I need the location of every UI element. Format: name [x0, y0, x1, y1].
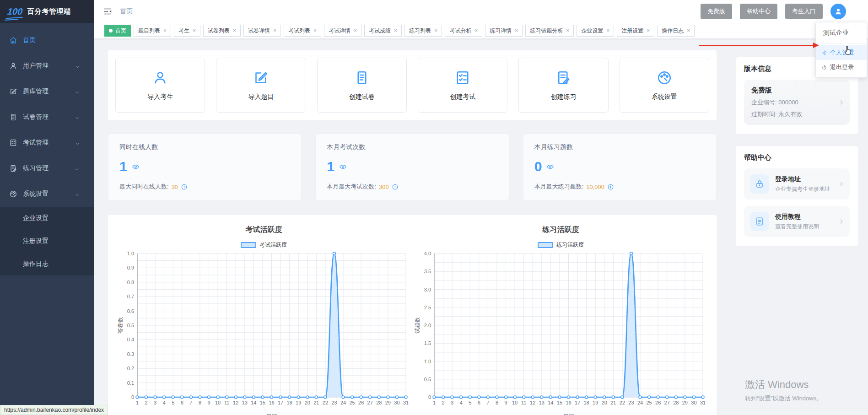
sidebar-subitem-register-settings[interactable]: 注册设置 — [0, 230, 94, 253]
close-icon[interactable]: × — [606, 28, 609, 33]
sidebar-item-paper-management[interactable]: 试卷管理 — [0, 104, 94, 130]
svg-text:0.5: 0.5 — [424, 377, 431, 382]
close-icon[interactable]: × — [354, 28, 357, 33]
legend-swatch — [538, 242, 553, 248]
sidebar-item-home[interactable]: 首页 — [0, 27, 94, 53]
home-icon — [9, 36, 17, 44]
stat-max-value: 30 — [172, 183, 178, 190]
svg-text:18: 18 — [287, 400, 292, 405]
tab-practice-detail[interactable]: 练习详情× — [485, 25, 523, 37]
quick-action-import-students[interactable]: 导入考生 — [115, 58, 205, 113]
chevron-right-icon — [838, 180, 845, 188]
tab-label: 练习列表 — [409, 27, 431, 35]
close-icon[interactable]: × — [394, 28, 397, 33]
practice-activity-chart: 练习活跃度练习活跃度00.51.01.52.02.53.03.54.012345… — [412, 222, 709, 415]
eye-icon[interactable] — [132, 163, 140, 171]
collapse-menu-icon[interactable] — [102, 6, 113, 16]
chart-plot-exam-activity: 00.10.20.30.40.50.60.70.80.91.0123456789… — [116, 250, 411, 415]
sidebar-subitem-operation-logs[interactable]: 操作日志 — [0, 253, 94, 275]
svg-text:25: 25 — [646, 400, 652, 405]
close-icon[interactable]: × — [193, 28, 196, 33]
close-icon[interactable]: × — [687, 28, 690, 33]
user-avatar[interactable] — [830, 4, 846, 19]
svg-text:28: 28 — [673, 400, 679, 405]
close-icon[interactable]: × — [313, 28, 317, 33]
close-icon[interactable]: × — [434, 28, 437, 33]
tab-register-settings[interactable]: 注册设置× — [617, 25, 654, 37]
quick-action-create-practice[interactable]: 创建练习 — [518, 58, 608, 113]
sidebar-item-question-bank[interactable]: 题库管理 — [0, 79, 94, 104]
stat-title: 本月考试次数 — [327, 143, 497, 151]
activity-charts-panel: 考试活跃度考试活跃度00.10.20.30.40.50.60.70.80.91.… — [108, 215, 717, 415]
tab-paper-detail[interactable]: 试卷详情× — [243, 25, 281, 37]
plus-circle-icon[interactable] — [607, 183, 614, 190]
tab-enterprise-settings[interactable]: 企业设置× — [577, 25, 614, 37]
sidebar-item-exam-management[interactable]: 考试管理 — [0, 130, 94, 156]
svg-text:6: 6 — [478, 400, 480, 405]
tab-exam-analysis[interactable]: 考试分析× — [445, 25, 482, 37]
tab-exam-detail[interactable]: 考试详情× — [324, 25, 361, 37]
stat-max-label: 最大同时在线人数: — [119, 183, 169, 191]
close-icon[interactable]: × — [273, 28, 276, 33]
svg-text:13: 13 — [242, 400, 248, 405]
svg-text:21: 21 — [610, 400, 616, 405]
chevron-right-icon — [838, 218, 845, 225]
tab-students[interactable]: 考生× — [174, 25, 200, 37]
tab-paper-list[interactable]: 试卷列表× — [203, 25, 241, 37]
svg-text:12: 12 — [233, 400, 238, 405]
tab-question-list[interactable]: 题目列表× — [134, 25, 171, 37]
logout-item[interactable]: 退出登录 — [816, 60, 867, 75]
chart-legend[interactable]: 考试活跃度 — [241, 241, 287, 249]
stat-value: 1 — [119, 159, 127, 174]
quick-action-system-settings[interactable]: 系统设置 — [620, 58, 709, 113]
tab-label: 考试列表 — [288, 27, 310, 35]
help-items: 登录地址企业专属考生登录地址使用教程查看完整使用说明 — [744, 168, 850, 237]
sidebar-submenu: 企业设置注册设置操作日志 — [0, 207, 94, 275]
personal-settings-item[interactable]: 个人设置 — [816, 45, 867, 60]
plus-circle-icon[interactable] — [392, 183, 399, 190]
help-item-login-address[interactable]: 登录地址企业专属考生登录地址 — [744, 168, 850, 199]
eye-icon[interactable] — [546, 163, 554, 171]
svg-text:22: 22 — [620, 400, 625, 405]
close-icon[interactable]: × — [474, 28, 478, 33]
tab-practice-list[interactable]: 练习列表× — [404, 25, 442, 37]
help-center-button[interactable]: 帮助中心 — [740, 4, 777, 19]
version-box[interactable]: 免费版 企业编号: 000000 过期时间: 永久有效 — [744, 80, 850, 125]
tab-operation-logs[interactable]: 操作日志× — [657, 25, 695, 37]
chart-legend[interactable]: 练习活跃度 — [538, 241, 584, 249]
quick-action-import-questions[interactable]: 导入题目 — [216, 58, 306, 113]
free-version-button[interactable]: 免费版 — [701, 4, 732, 19]
tab-exam-score[interactable]: 考试成绩× — [364, 25, 402, 37]
sidebar-item-practice-management[interactable]: 练习管理 — [0, 156, 94, 181]
quick-action-label: 创建试卷 — [349, 93, 375, 101]
tab-exam-list[interactable]: 考试列表× — [284, 25, 321, 37]
stat-max-value: 300 — [379, 183, 389, 190]
close-icon[interactable]: × — [647, 28, 650, 33]
svg-text:1: 1 — [136, 400, 139, 405]
sidebar-item-system-settings[interactable]: 系统设置 — [0, 181, 94, 207]
svg-text:28: 28 — [376, 400, 382, 405]
sidebar-subitem-enterprise-settings[interactable]: 企业设置 — [0, 207, 94, 230]
eye-icon[interactable] — [339, 163, 347, 171]
svg-text:24: 24 — [340, 400, 346, 405]
close-icon[interactable]: × — [515, 28, 518, 33]
stat-value: 1 — [327, 159, 334, 174]
close-icon[interactable]: × — [566, 28, 569, 33]
plus-circle-icon[interactable] — [181, 183, 188, 190]
chevron-down-icon — [74, 165, 81, 172]
svg-text:0: 0 — [131, 394, 134, 400]
help-item-tutorial[interactable]: 使用教程查看完整使用说明 — [744, 206, 850, 237]
quick-action-create-exam[interactable]: 创建考试 — [418, 58, 507, 113]
quick-action-create-paper[interactable]: 创建试卷 — [317, 58, 407, 113]
stat-title: 本月练习题数 — [534, 143, 705, 151]
close-icon[interactable]: × — [163, 28, 167, 33]
tab-label: 练习错题分析 — [530, 27, 563, 35]
close-icon[interactable]: × — [233, 28, 236, 33]
tab-home[interactable]: 首页 — [104, 25, 131, 37]
tab-label: 企业设置 — [581, 27, 603, 35]
tab-label: 试卷列表 — [208, 27, 230, 35]
practice-icon — [555, 70, 571, 86]
sidebar-item-user-management[interactable]: 用户管理 — [0, 53, 94, 79]
student-portal-button[interactable]: 考生入口 — [785, 4, 823, 19]
tab-practice-wrong-analysis[interactable]: 练习错题分析× — [525, 25, 574, 37]
